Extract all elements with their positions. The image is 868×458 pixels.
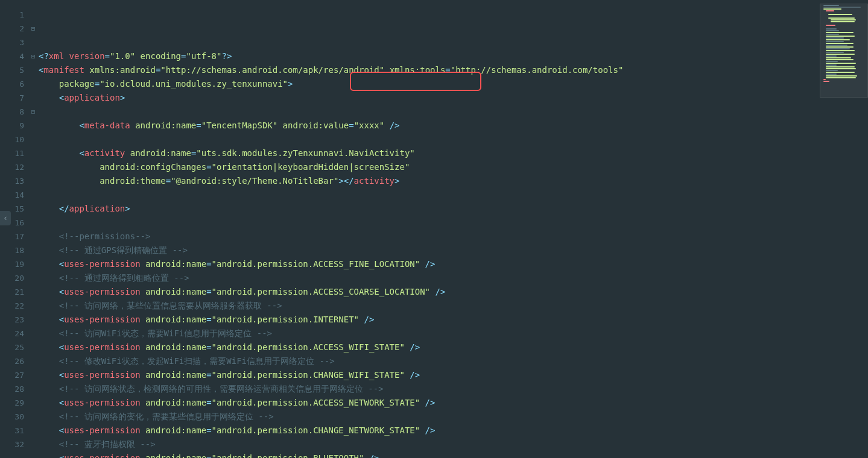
fold-collapse-icon[interactable]: ⊟ — [29, 105, 37, 119]
panel-expand-toggle[interactable]: ‹ — [0, 211, 11, 225]
line-number: 19 — [0, 257, 24, 271]
code-line[interactable]: </application> — [39, 202, 820, 216]
fold-empty — [29, 216, 37, 230]
code-line[interactable]: <manifest xmlns:android="http://schemas.… — [39, 63, 820, 77]
line-number: 10 — [0, 133, 24, 146]
line-number: 7 — [0, 91, 24, 105]
line-number: 12 — [0, 160, 24, 174]
code-line[interactable]: android:theme="@android:style/Theme.NoTi… — [39, 174, 820, 188]
line-number: 9 — [0, 119, 24, 133]
line-number: 13 — [0, 174, 24, 188]
fold-empty — [29, 382, 37, 396]
line-number: 17 — [0, 230, 24, 243]
code-editor-area[interactable]: <?xml version="1.0" encoding="utf-8"?><m… — [37, 0, 820, 458]
fold-empty — [29, 354, 37, 368]
code-line[interactable]: <!-- 蓝牙扫描权限 --> — [39, 438, 820, 451]
fold-gutter[interactable]: ⊟⊟⊟ — [29, 0, 37, 458]
code-line[interactable]: <!-- 访问WiFi状态，需要WiFi信息用于网络定位 --> — [39, 327, 820, 340]
code-line[interactable]: <!-- 访问网络状态，检测网络的可用性，需要网络运营商相关信息用于网络定位 -… — [39, 382, 820, 396]
line-number: 23 — [0, 313, 24, 327]
fold-empty — [29, 77, 37, 91]
fold-empty — [29, 133, 37, 146]
fold-empty — [29, 271, 37, 285]
fold-empty — [29, 368, 37, 382]
fold-empty — [29, 340, 37, 354]
code-line[interactable]: <uses-permission android:name="android.p… — [39, 285, 820, 299]
line-number: 29 — [0, 396, 24, 410]
line-number: 21 — [0, 285, 24, 299]
fold-empty — [29, 63, 37, 77]
fold-empty — [29, 36, 37, 49]
line-number: 6 — [0, 77, 24, 91]
fold-empty — [29, 146, 37, 160]
line-number: 11 — [0, 146, 24, 160]
code-line[interactable]: <!-- 修改WiFi状态，发起WiFi扫描，需要WiFi信息用于网络定位 --… — [39, 354, 820, 368]
line-number: 31 — [0, 424, 24, 438]
fold-empty — [29, 424, 37, 438]
line-number: 28 — [0, 382, 24, 396]
line-number: 18 — [0, 243, 24, 257]
line-number: 27 — [0, 368, 24, 382]
line-number: 26 — [0, 354, 24, 368]
code-line[interactable]: <application> — [39, 91, 820, 105]
fold-empty — [29, 396, 37, 410]
fold-empty — [29, 188, 37, 202]
fold-collapse-icon[interactable]: ⊟ — [29, 49, 37, 63]
code-line[interactable]: <!-- 访问网络的变化，需要某些信息用于网络定位 --> — [39, 410, 820, 424]
code-line[interactable]: <uses-permission android:name="android.p… — [39, 313, 820, 327]
fold-empty — [29, 8, 37, 22]
fold-empty — [29, 202, 37, 216]
code-line[interactable]: android:configChanges="orientation|keybo… — [39, 160, 820, 174]
line-number: 2 — [0, 22, 24, 36]
editor-root: ‹ 12345678910111213141516171819202122232… — [0, 0, 868, 458]
line-number-gutter[interactable]: 1234567891011121314151617181920212223242… — [0, 0, 29, 458]
code-line[interactable] — [39, 216, 820, 230]
line-number: 25 — [0, 340, 24, 354]
fold-empty — [29, 230, 37, 243]
fold-empty — [29, 243, 37, 257]
fold-empty — [29, 438, 37, 451]
line-number: 22 — [0, 299, 24, 313]
code-line[interactable]: <uses-permission android:name="android.p… — [39, 257, 820, 271]
fold-empty — [29, 160, 37, 174]
line-number: 30 — [0, 410, 24, 424]
line-number: 14 — [0, 188, 24, 202]
fold-empty — [29, 313, 37, 327]
code-line[interactable]: <uses-permission android:name="android.p… — [39, 340, 820, 354]
fold-empty — [29, 327, 37, 340]
code-line[interactable]: <uses-permission android:name="android.p… — [39, 424, 820, 438]
code-line[interactable]: <!-- 通过GPS得到精确位置 --> — [39, 243, 820, 257]
minimap-viewport[interactable] — [820, 4, 868, 98]
line-number: 3 — [0, 36, 24, 49]
code-line[interactable]: <!-- 通过网络得到粗略位置 --> — [39, 271, 820, 285]
code-line[interactable]: <meta-data android:name="TencentMapSDK" … — [39, 119, 820, 133]
line-number: 8 — [0, 105, 24, 119]
code-line[interactable] — [39, 105, 820, 119]
code-line[interactable]: <!--permissions--> — [39, 230, 820, 243]
code-line[interactable]: <!-- 访问网络，某些位置信息需要从网络服务器获取 --> — [39, 299, 820, 313]
line-number: 32 — [0, 438, 24, 451]
code-line[interactable]: <?xml version="1.0" encoding="utf-8"?> — [39, 49, 820, 63]
fold-empty — [29, 410, 37, 424]
fold-empty — [29, 119, 37, 133]
code-line[interactable] — [39, 188, 820, 202]
fold-collapse-icon[interactable]: ⊟ — [29, 22, 37, 36]
line-number: 4 — [0, 49, 24, 63]
fold-empty — [29, 174, 37, 188]
line-number: 5 — [0, 63, 24, 77]
fold-empty — [29, 285, 37, 299]
line-number: 1 — [0, 8, 24, 22]
code-line[interactable]: <uses-permission android:name="android.p… — [39, 396, 820, 410]
code-line[interactable]: <uses-permission android:name="android.p… — [39, 368, 820, 382]
code-line[interactable] — [39, 133, 820, 146]
code-line[interactable]: <activity android:name="uts.sdk.modules.… — [39, 146, 820, 160]
fold-empty — [29, 91, 37, 105]
minimap[interactable] — [820, 0, 868, 458]
fold-empty — [29, 257, 37, 271]
line-number: 24 — [0, 327, 24, 340]
line-number: 20 — [0, 271, 24, 285]
code-line[interactable]: package="io.dcloud.uni_modules.zy_tenxun… — [39, 77, 820, 91]
fold-empty — [29, 299, 37, 313]
chevron-left-icon: ‹ — [3, 212, 7, 225]
code-line[interactable]: <uses-permission android:name="android.p… — [39, 451, 820, 458]
